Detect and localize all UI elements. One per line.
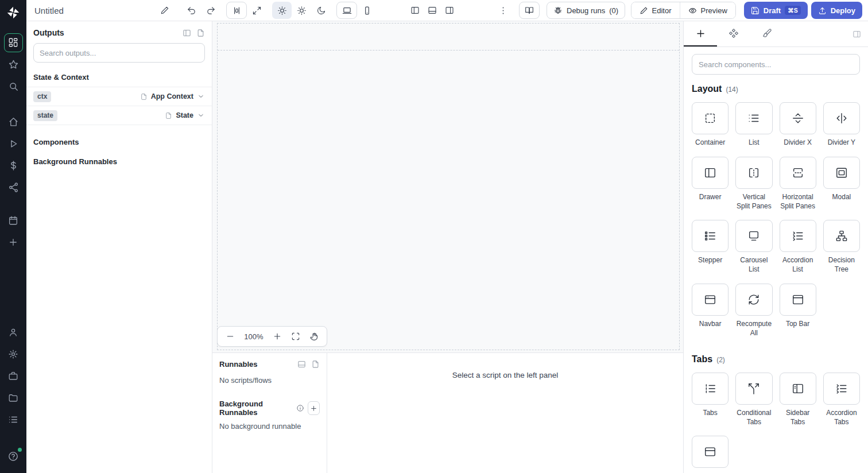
canvas-empty-row[interactable] bbox=[218, 24, 679, 51]
rail-favorites-button[interactable] bbox=[0, 53, 26, 75]
calendar-icon bbox=[8, 215, 18, 226]
component-card-divider-x[interactable]: Divider X bbox=[780, 102, 816, 148]
rail-variables-button[interactable] bbox=[0, 154, 26, 176]
component-label: Container bbox=[695, 138, 725, 148]
search-outputs-input[interactable] bbox=[33, 43, 205, 63]
rail-resources-button[interactable] bbox=[0, 176, 26, 198]
component-card-vertical-split-panes[interactable]: Vertical Split Panes bbox=[735, 157, 772, 211]
redo-button[interactable] bbox=[201, 2, 220, 19]
center-column: 100% Runnables bbox=[212, 21, 683, 473]
output-row-state[interactable]: state State bbox=[26, 106, 212, 125]
pan-mode-button[interactable] bbox=[309, 332, 319, 341]
rail-workers-button[interactable] bbox=[0, 365, 26, 387]
paintbrush-icon bbox=[762, 28, 772, 38]
file-icon[interactable] bbox=[311, 360, 320, 369]
component-label: Modal bbox=[832, 193, 851, 202]
preview-mode-button[interactable]: Preview bbox=[680, 2, 735, 18]
theme-auto-button[interactable] bbox=[272, 2, 292, 19]
collapse-panel-button[interactable] bbox=[852, 21, 868, 46]
add-background-runnable-button[interactable] bbox=[308, 401, 320, 415]
component-card-container[interactable]: Container bbox=[692, 102, 728, 148]
component-card-modal[interactable]: Modal bbox=[823, 157, 860, 211]
rail-apps-button[interactable] bbox=[0, 32, 26, 53]
app-canvas[interactable]: 100% bbox=[212, 21, 683, 352]
editor-mode-button[interactable]: Editor bbox=[631, 2, 680, 18]
component-card-top-bar[interactable]: Top Bar bbox=[780, 284, 816, 338]
docs-button[interactable] bbox=[519, 2, 540, 19]
rail-create-button[interactable] bbox=[0, 231, 26, 253]
component-card-drawer[interactable]: Drawer bbox=[692, 157, 728, 211]
mobile-view-button[interactable] bbox=[357, 2, 377, 19]
folder-icon bbox=[8, 393, 18, 403]
desktop-view-button[interactable] bbox=[336, 2, 357, 19]
component-card-window[interactable] bbox=[692, 436, 728, 473]
rail-runs-button[interactable] bbox=[0, 133, 26, 154]
script-editor-placeholder: Select a script on the left panel bbox=[327, 353, 683, 473]
theme-dark-button[interactable] bbox=[311, 2, 331, 19]
section-title: Tabs(2) bbox=[692, 354, 860, 365]
theme-light-button[interactable] bbox=[292, 2, 311, 19]
component-card-carousel-list[interactable]: Carousel List bbox=[735, 220, 772, 274]
panel-left-icon[interactable] bbox=[183, 29, 191, 37]
component-card-accordion-tabs[interactable]: Accordion Tabs bbox=[823, 373, 860, 427]
background-empty-text: No background runnable bbox=[219, 422, 320, 431]
rail-logs-button[interactable] bbox=[0, 409, 26, 431]
rail-folders-button[interactable] bbox=[0, 387, 26, 409]
panel-bottom-icon[interactable] bbox=[297, 360, 306, 369]
user-icon bbox=[8, 327, 18, 338]
component-icon bbox=[728, 28, 739, 38]
component-card-conditional-tabs[interactable]: Conditional Tabs bbox=[735, 373, 772, 427]
rail-user-button[interactable] bbox=[0, 321, 26, 343]
undo-button[interactable] bbox=[181, 2, 201, 19]
tab-styling[interactable] bbox=[750, 21, 784, 46]
dollar-icon bbox=[8, 160, 19, 171]
component-label: Accordion Tabs bbox=[823, 409, 860, 427]
state-context-rows: ctx App Context state State bbox=[26, 87, 212, 125]
expand-grid-button[interactable] bbox=[247, 2, 266, 19]
save-draft-button[interactable]: Draft ⌘S bbox=[744, 2, 808, 19]
component-card-horizontal-split-panes[interactable]: Horizontal Split Panes bbox=[780, 157, 816, 211]
zoom-in-button[interactable] bbox=[273, 332, 282, 341]
zoom-out-button[interactable] bbox=[226, 332, 235, 341]
component-card-decision-tree[interactable]: Decision Tree bbox=[823, 220, 860, 274]
rail-settings-button[interactable] bbox=[0, 343, 26, 365]
rail-search-button[interactable] bbox=[0, 75, 26, 97]
component-card-tabs[interactable]: Tabs bbox=[692, 373, 728, 427]
rename-button[interactable] bbox=[157, 2, 172, 19]
component-card-navbar[interactable]: Navbar bbox=[692, 284, 728, 338]
vsplit-icon bbox=[735, 157, 772, 189]
debug-runs-button[interactable]: Debug runs (0) bbox=[547, 2, 625, 19]
file-icon[interactable] bbox=[196, 29, 205, 37]
windmill-logo[interactable] bbox=[6, 5, 21, 20]
chevron-down-icon[interactable] bbox=[197, 111, 205, 119]
topbar-icon bbox=[780, 284, 816, 316]
output-row-ctx[interactable]: ctx App Context bbox=[26, 87, 212, 106]
plus-icon bbox=[695, 28, 706, 39]
component-label: Accordion List bbox=[780, 256, 816, 274]
toggle-bottom-panel-button[interactable] bbox=[424, 2, 441, 19]
search-components-input[interactable] bbox=[692, 54, 860, 75]
component-card-divider-y[interactable]: Divider Y bbox=[823, 102, 860, 148]
component-label: Navbar bbox=[699, 320, 722, 329]
rail-home-button[interactable] bbox=[0, 111, 26, 133]
tab-insert-component[interactable] bbox=[684, 21, 717, 46]
draft-label: Draft bbox=[764, 6, 781, 15]
deploy-button[interactable]: Deploy bbox=[811, 2, 862, 19]
component-card-recompute-all[interactable]: Recompute All bbox=[735, 284, 772, 338]
toggle-left-panel-button[interactable] bbox=[406, 2, 424, 19]
fit-view-button[interactable] bbox=[291, 332, 300, 341]
component-card-accordion-list[interactable]: Accordion List bbox=[780, 220, 816, 274]
refresh-icon bbox=[735, 284, 772, 316]
rail-schedules-button[interactable] bbox=[0, 210, 26, 231]
component-card-list[interactable]: List bbox=[735, 102, 772, 148]
grid-alignment-button[interactable] bbox=[226, 2, 247, 19]
component-card-stepper[interactable]: Stepper bbox=[692, 220, 728, 274]
components-header: Components bbox=[26, 125, 212, 152]
more-menu-button[interactable] bbox=[495, 2, 511, 19]
tab-component-settings[interactable] bbox=[717, 21, 750, 46]
chevron-down-icon[interactable] bbox=[197, 92, 205, 100]
component-label: Divider X bbox=[784, 138, 812, 148]
toggle-right-panel-button[interactable] bbox=[441, 2, 458, 19]
component-card-sidebar-tabs[interactable]: Sidebar Tabs bbox=[780, 373, 816, 427]
help-button[interactable] bbox=[0, 447, 26, 466]
